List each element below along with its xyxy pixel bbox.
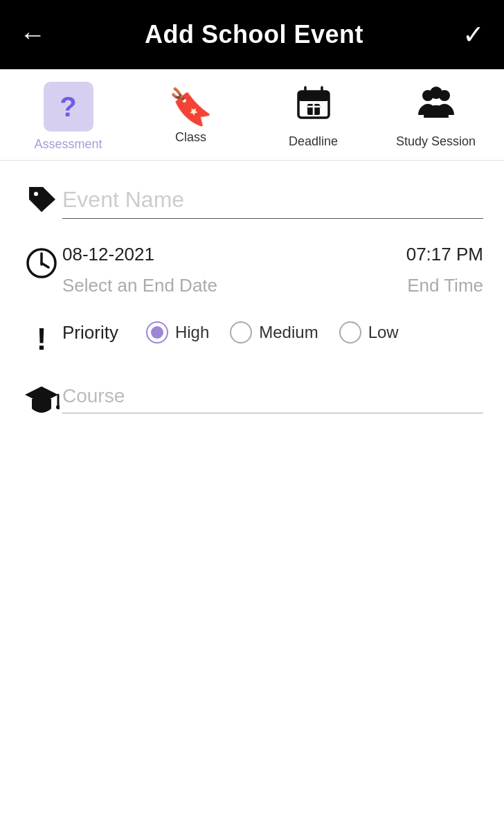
start-date[interactable]: 08-12-2021 [62, 244, 154, 265]
event-name-row [21, 181, 483, 219]
priority-option-high[interactable]: High [146, 321, 209, 343]
svg-line-15 [42, 263, 48, 267]
end-date-placeholder[interactable]: Select an End Date [62, 275, 217, 296]
app-header: ← Add School Event ✓ [0, 0, 504, 69]
tab-assessment[interactable]: ? Assessment [27, 82, 110, 152]
tab-bar: ? Assessment 🔖 Class Deadline [0, 69, 504, 161]
tab-study-session-label: Study Session [396, 134, 476, 149]
datetime-content: 08-12-2021 07:17 PM Select an End Date E… [62, 244, 483, 296]
tab-class-label: Class [175, 130, 206, 145]
end-time-placeholder[interactable]: End Time [407, 275, 483, 296]
radio-medium[interactable] [230, 321, 252, 343]
graduation-cap-icon [24, 382, 60, 418]
exclamation-icon: ! [37, 324, 47, 355]
priority-icon-wrap: ! [21, 324, 62, 355]
tab-deadline-label: Deadline [289, 134, 338, 149]
back-button[interactable]: ← [19, 20, 46, 50]
priority-row: ! Priority High Medium [21, 321, 483, 355]
course-row [21, 379, 483, 418]
course-input[interactable] [62, 379, 483, 413]
confirm-button[interactable]: ✓ [462, 19, 485, 50]
start-time[interactable]: 07:17 PM [406, 244, 483, 265]
svg-point-12 [34, 192, 38, 196]
study-session-icon [417, 84, 456, 129]
datetime-row: 08-12-2021 07:17 PM Select an End Date E… [21, 244, 483, 296]
tab-deadline[interactable]: Deadline [272, 84, 355, 149]
radio-low[interactable] [339, 321, 361, 343]
clock-icon [25, 247, 58, 280]
clock-icon-wrap [21, 247, 62, 280]
priority-low-label: Low [368, 323, 399, 342]
radio-high-inner [151, 326, 163, 339]
start-datetime-line: 08-12-2021 07:17 PM [62, 244, 483, 265]
tab-assessment-label: Assessment [34, 137, 102, 152]
assessment-icon: ? [44, 82, 93, 132]
priority-label: Priority [62, 322, 118, 343]
end-datetime-line: Select an End Date End Time [62, 275, 483, 296]
priority-option-medium[interactable]: Medium [230, 321, 318, 343]
event-name-input[interactable] [62, 181, 483, 219]
svg-rect-1 [298, 91, 329, 101]
priority-high-label: High [175, 323, 209, 342]
event-name-content [62, 181, 483, 219]
priority-content: Priority High Medium Low [62, 321, 483, 343]
tag-icon-wrap [21, 184, 62, 215]
svg-point-18 [56, 405, 60, 409]
page-title: Add School Event [145, 20, 363, 49]
radio-high[interactable] [146, 321, 168, 343]
tab-study-session[interactable]: Study Session [395, 84, 478, 149]
deadline-icon [296, 84, 332, 129]
priority-medium-label: Medium [259, 323, 318, 342]
grad-cap-icon-wrap [21, 382, 62, 418]
course-content [62, 379, 483, 413]
tab-class[interactable]: 🔖 Class [150, 89, 233, 145]
tag-icon [26, 184, 57, 215]
class-icon: 🔖 [168, 89, 213, 125]
priority-option-low[interactable]: Low [339, 321, 399, 343]
form-area: 08-12-2021 07:17 PM Select an End Date E… [0, 161, 504, 457]
svg-point-11 [430, 87, 442, 99]
